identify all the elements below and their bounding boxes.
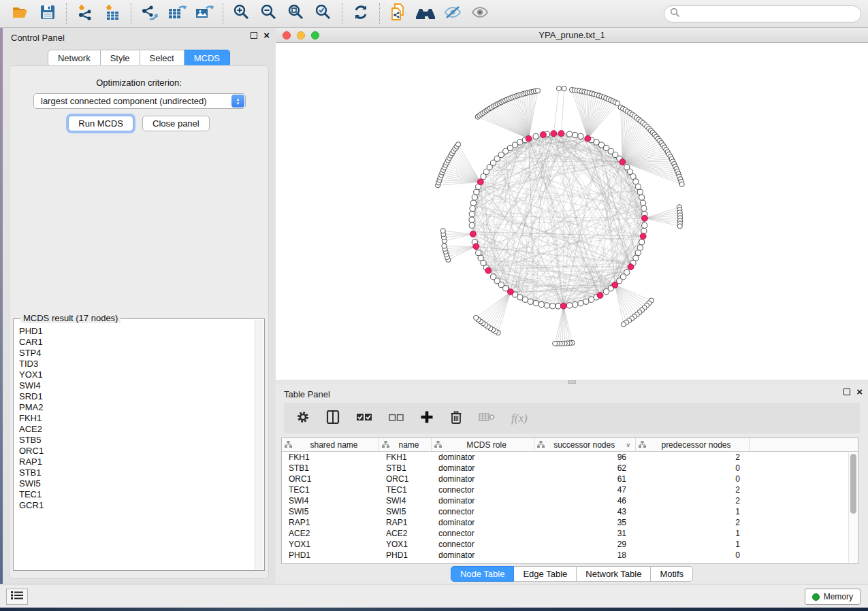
close-panel-button[interactable]: Close panel: [142, 116, 210, 131]
cell-name[interactable]: ORC1: [379, 474, 432, 484]
mcds-result-item[interactable]: STB5: [19, 435, 254, 446]
network-node[interactable]: [469, 222, 475, 228]
export-network-button[interactable]: [136, 3, 163, 24]
network-node[interactable]: [566, 303, 572, 308]
network-node[interactable]: [470, 200, 476, 205]
mcds-result-item[interactable]: TID3: [19, 359, 254, 369]
cell-predecessor_nodes[interactable]: 1: [636, 529, 750, 538]
network-hub-node[interactable]: [508, 289, 514, 295]
cell-mcds_role[interactable]: connector: [432, 529, 534, 538]
cell-successor_nodes[interactable]: 62: [534, 463, 636, 473]
column-header-successor_nodes[interactable]: successor nodes∨: [534, 438, 636, 451]
duplicate-network-button[interactable]: [385, 3, 412, 24]
sort-chevron-icon[interactable]: ∨: [626, 442, 630, 448]
import-table-button[interactable]: [99, 3, 126, 24]
mcds-result-item[interactable]: CAR1: [19, 337, 254, 348]
mcds-result-item[interactable]: TEC1: [19, 489, 254, 500]
tab-network-table[interactable]: Network Table: [577, 566, 651, 582]
network-node[interactable]: [533, 133, 539, 139]
network-hub-node[interactable]: [477, 179, 483, 185]
horizontal-split-divider[interactable]: [276, 380, 868, 384]
open-file-button[interactable]: [7, 3, 34, 24]
mcds-result-item[interactable]: SWI5: [19, 478, 254, 489]
cell-predecessor_nodes[interactable]: 0: [636, 474, 750, 484]
cell-mcds_role[interactable]: dominator: [432, 452, 534, 462]
cell-mcds_role[interactable]: dominator: [432, 518, 534, 527]
network-node[interactable]: [566, 131, 572, 137]
network-hub-node[interactable]: [560, 303, 566, 309]
cell-shared_name[interactable]: ACE2: [282, 529, 379, 538]
cell-shared_name[interactable]: STB1: [282, 463, 379, 473]
network-window-titlebar[interactable]: YPA_prune.txt_1: [276, 28, 868, 43]
cell-name[interactable]: YOX1: [379, 540, 432, 549]
network-canvas[interactable]: [276, 43, 868, 380]
network-hub-node[interactable]: [473, 244, 479, 250]
cell-mcds_role[interactable]: connector: [432, 507, 534, 516]
network-node[interactable]: [550, 303, 556, 309]
mcds-result-item[interactable]: ORC1: [19, 446, 254, 457]
cell-predecessor_nodes[interactable]: 2: [636, 496, 750, 506]
network-node[interactable]: [476, 250, 481, 256]
network-node[interactable]: [639, 240, 645, 245]
network-node[interactable]: [455, 142, 460, 147]
cell-successor_nodes[interactable]: 18: [534, 550, 636, 560]
network-node[interactable]: [589, 297, 594, 302]
table-row[interactable]: PHD1PHD1dominator180: [282, 550, 858, 561]
network-node[interactable]: [470, 205, 475, 211]
mcds-result-item[interactable]: SRD1: [19, 391, 254, 402]
mcds-result-item[interactable]: GCR1: [19, 500, 254, 511]
cell-successor_nodes[interactable]: 96: [534, 452, 636, 462]
cell-name[interactable]: SWI5: [379, 507, 432, 516]
cell-predecessor_nodes[interactable]: 2: [636, 518, 750, 527]
network-hub-node[interactable]: [541, 132, 547, 138]
delete-column-button[interactable]: [450, 410, 462, 427]
cell-shared_name[interactable]: ORC1: [282, 474, 379, 484]
table-row[interactable]: RAP1RAP1dominator352: [282, 517, 858, 528]
column-layout-button[interactable]: [326, 410, 340, 427]
network-hub-node[interactable]: [585, 135, 591, 142]
network-node[interactable]: [635, 250, 641, 256]
network-node[interactable]: [469, 212, 475, 217]
first-neighbors-button[interactable]: [412, 3, 439, 24]
network-node[interactable]: [641, 228, 647, 233]
column-header-shared_name[interactable]: shared name: [282, 438, 379, 451]
network-hub-node[interactable]: [470, 231, 476, 237]
memory-button[interactable]: Memory: [805, 589, 861, 605]
cell-shared_name[interactable]: RAP1: [282, 518, 379, 527]
export-table-button[interactable]: [163, 3, 191, 24]
refresh-button[interactable]: [347, 3, 374, 24]
cell-successor_nodes[interactable]: 31: [534, 529, 636, 538]
table-row[interactable]: ACE2ACE2connector311: [282, 528, 858, 539]
network-hub-node[interactable]: [597, 293, 603, 299]
network-hub-node[interactable]: [558, 131, 564, 137]
show-all-button[interactable]: [466, 3, 494, 24]
cell-successor_nodes[interactable]: 35: [534, 518, 636, 527]
zoom-selected-button[interactable]: [310, 3, 337, 24]
table-row[interactable]: SWI4SWI4dominator462: [282, 495, 858, 506]
mcds-result-item[interactable]: STP4: [19, 348, 254, 359]
mcds-result-item[interactable]: STB1: [19, 467, 254, 478]
network-node[interactable]: [642, 222, 647, 228]
cell-successor_nodes[interactable]: 46: [534, 496, 636, 506]
zoom-in-button[interactable]: [228, 3, 255, 24]
cell-name[interactable]: STB1: [379, 463, 432, 473]
network-node[interactable]: [490, 274, 496, 280]
network-node[interactable]: [603, 288, 609, 294]
mcds-result-item[interactable]: RAP1: [19, 457, 254, 467]
cell-shared_name[interactable]: PHD1: [282, 550, 379, 560]
network-node[interactable]: [573, 301, 578, 307]
tab-network[interactable]: Network: [48, 50, 101, 67]
network-node[interactable]: [469, 217, 475, 222]
export-image-button[interactable]: [191, 3, 218, 24]
network-node[interactable]: [544, 303, 549, 308]
mcds-result-item[interactable]: PMA2: [19, 402, 254, 413]
table-row[interactable]: FKH1FKH1dominator962: [282, 452, 858, 463]
network-node[interactable]: [528, 299, 533, 304]
network-hub-node[interactable]: [526, 135, 532, 142]
cell-name[interactable]: FKH1: [379, 452, 432, 462]
tab-edge-table[interactable]: Edge Table: [514, 566, 577, 582]
network-hub-node[interactable]: [612, 282, 618, 288]
mcds-result-scrollbar[interactable]: [255, 320, 263, 569]
network-node[interactable]: [535, 88, 540, 93]
mcds-result-item[interactable]: PHD1: [19, 326, 254, 337]
